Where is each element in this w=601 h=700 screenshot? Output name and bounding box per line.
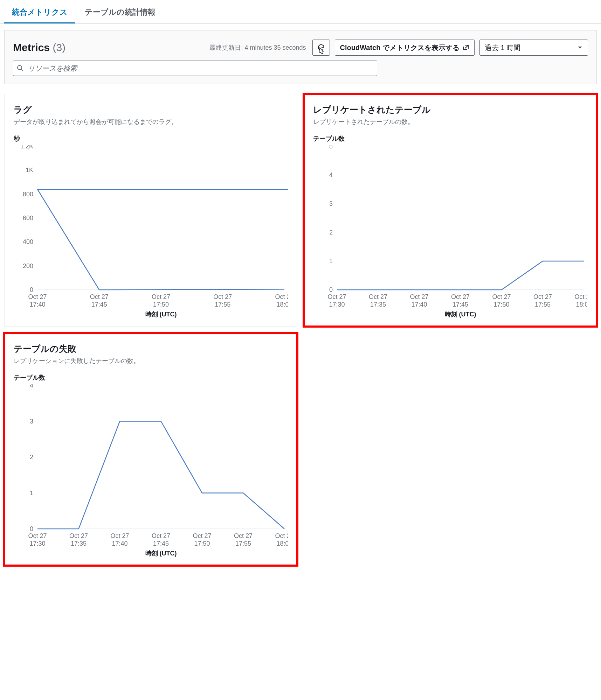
svg-text:0: 0 [30,286,33,293]
card-replicated-unit: テーブル数 [313,134,587,143]
search-box[interactable] [13,61,377,76]
svg-text:5: 5 [329,145,333,150]
tab-bar: 統合メトリクス テーブルの統計情報 [0,0,601,24]
metrics-header-row: Metrics (3) 最終更新日: 4 minutes 35 seconds … [13,40,588,56]
card-lag: ラグ データが取り込まれてから照会が可能になるまでのラグ。 秒 02004006… [4,94,297,327]
chart-failed[interactable]: 01234Oct 2717:30Oct 2717:35Oct 2717:40Oc… [14,384,288,559]
last-updated-value: 4 minutes 35 seconds [244,44,306,51]
svg-text:1: 1 [30,490,33,497]
svg-text:Oct 27: Oct 27 [369,293,387,300]
svg-text:Oct 27: Oct 27 [275,532,288,539]
svg-text:17:40: 17:40 [112,540,127,547]
card-failed: テーブルの失敗 レプリケーションに失敗したテーブルの数。 テーブル数 01234… [4,333,297,566]
svg-text:17:55: 17:55 [535,301,551,308]
svg-text:Oct 27: Oct 27 [110,532,129,539]
svg-text:200: 200 [23,262,33,270]
svg-text:17:40: 17:40 [411,301,427,308]
search-input[interactable] [27,64,373,73]
svg-text:2: 2 [30,454,33,461]
svg-text:2: 2 [329,229,333,236]
card-lag-unit: 秒 [14,134,288,143]
charts-grid: ラグ データが取り込まれてから照会が可能になるまでのラグ。 秒 02004006… [0,90,601,569]
metrics-title-text: Metrics [13,42,50,53]
svg-text:時刻 (UTC): 時刻 (UTC) [145,311,177,318]
chart-lag[interactable]: 02004006008001K1.2KOct 2717:40Oct 2717:4… [14,145,288,320]
svg-text:1.2K: 1.2K [20,145,33,150]
svg-text:17:35: 17:35 [370,301,386,308]
card-replicated: レプリケートされたテーブル レプリケートされたテーブルの数。 テーブル数 012… [304,94,597,327]
search-icon [17,65,24,72]
svg-text:Oct 27: Oct 27 [451,293,470,300]
time-range-label: 過去 1 時間 [485,43,520,52]
svg-text:Oct 27: Oct 27 [533,293,552,300]
svg-text:18:00: 18:00 [276,301,288,308]
refresh-button[interactable] [312,40,330,56]
svg-text:17:40: 17:40 [29,301,45,308]
card-lag-desc: データが取り込まれてから照会が可能になるまでのラグ。 [14,118,288,126]
svg-text:18:00: 18:00 [576,301,587,308]
svg-text:17:30: 17:30 [329,301,345,308]
metrics-panel: Metrics (3) 最終更新日: 4 minutes 35 seconds … [4,30,597,84]
svg-text:17:30: 17:30 [29,540,45,547]
metrics-count: (3) [53,42,65,53]
refresh-icon [317,43,325,52]
svg-text:0: 0 [30,525,33,532]
svg-text:4: 4 [30,384,33,389]
svg-text:時刻 (UTC): 時刻 (UTC) [445,311,476,318]
svg-text:17:50: 17:50 [493,301,509,308]
svg-text:3: 3 [329,200,333,207]
card-failed-title: テーブルの失敗 [14,343,288,355]
card-failed-unit: テーブル数 [14,373,288,382]
svg-text:Oct 27: Oct 27 [193,532,211,539]
svg-text:時刻 (UTC): 時刻 (UTC) [145,550,177,557]
external-link-icon [462,44,469,51]
svg-text:Oct 27: Oct 27 [69,532,88,539]
metrics-title: Metrics (3) [13,42,65,54]
view-in-cloudwatch-button[interactable]: CloudWatch でメトリクスを表示する [335,40,475,56]
svg-text:17:55: 17:55 [215,301,230,308]
svg-text:Oct 27: Oct 27 [152,532,170,539]
svg-text:Oct 27: Oct 27 [492,293,511,300]
svg-text:17:45: 17:45 [153,540,169,547]
tab-table-stats[interactable]: テーブルの統計情報 [77,4,163,23]
view-in-cloudwatch-label: CloudWatch でメトリクスを表示する [340,43,460,52]
svg-text:0: 0 [329,286,333,293]
svg-text:1K: 1K [26,167,33,174]
svg-text:17:55: 17:55 [235,540,251,547]
time-range-select[interactable]: 過去 1 時間 [479,40,588,56]
svg-text:17:50: 17:50 [153,301,169,308]
svg-text:Oct 27: Oct 27 [327,293,346,300]
svg-text:17:50: 17:50 [194,540,210,547]
svg-text:4: 4 [329,172,333,178]
svg-text:800: 800 [23,191,33,198]
card-replicated-desc: レプリケートされたテーブルの数。 [313,118,587,126]
svg-text:Oct 27: Oct 27 [28,532,47,539]
svg-text:17:35: 17:35 [71,540,87,547]
svg-text:Oct 27: Oct 27 [90,293,109,300]
svg-text:Oct 27: Oct 27 [28,293,47,300]
svg-text:Oct 27: Oct 27 [410,293,428,300]
last-updated-prefix: 最終更新日: [209,44,244,51]
svg-text:Oct 27: Oct 27 [234,532,253,539]
svg-text:17:45: 17:45 [453,301,468,308]
svg-text:400: 400 [23,238,33,245]
svg-text:18:00: 18:00 [276,540,288,547]
svg-text:600: 600 [23,215,33,222]
svg-point-0 [18,65,22,70]
svg-text:Oct 27: Oct 27 [275,293,288,300]
card-replicated-title: レプリケートされたテーブル [313,104,587,115]
tab-integrated-metrics[interactable]: 統合メトリクス [4,4,75,23]
search-row [13,61,588,76]
svg-text:Oct 27: Oct 27 [152,293,170,300]
svg-text:Oct 27: Oct 27 [574,293,587,300]
last-updated: 最終更新日: 4 minutes 35 seconds [209,43,306,52]
chart-replicated[interactable]: 012345Oct 2717:30Oct 2717:35Oct 2717:40O… [313,145,587,320]
chevron-down-icon [577,45,583,50]
tab-separator [76,6,76,20]
svg-text:3: 3 [30,418,33,425]
card-failed-desc: レプリケーションに失敗したテーブルの数。 [14,357,288,365]
card-lag-title: ラグ [14,104,288,115]
svg-text:1: 1 [329,258,333,265]
svg-text:Oct 27: Oct 27 [213,293,232,300]
svg-text:17:45: 17:45 [91,301,107,308]
